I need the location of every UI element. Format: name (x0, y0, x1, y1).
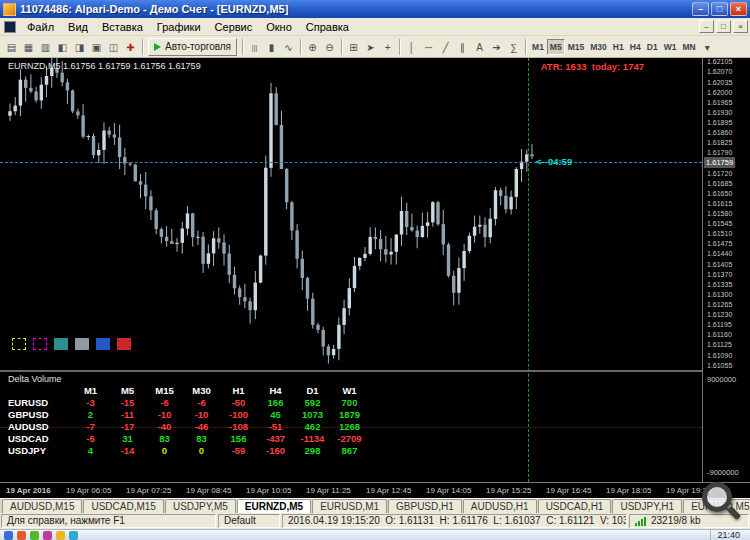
chart-tab[interactable]: USDCAD,H1 (538, 499, 612, 513)
bar-chart-icon[interactable]: ||| (246, 38, 263, 56)
candlestick-chart-icon[interactable]: ▮ (263, 38, 280, 56)
taskbar-icon[interactable] (4, 531, 13, 540)
chart-tab[interactable]: EURUSD,M1 (312, 499, 387, 513)
vertical-line-icon[interactable]: │ (403, 38, 420, 56)
timeframe-d1-button[interactable]: D1 (644, 39, 661, 55)
delta-value: 31 (109, 433, 146, 444)
channel-icon[interactable]: ∥ (454, 38, 471, 56)
taskbar-icon[interactable] (17, 531, 26, 540)
delta-value: -437 (257, 433, 294, 444)
data-window-icon[interactable]: ◨ (71, 38, 88, 56)
minimize-button[interactable]: – (692, 2, 709, 16)
chart-tab[interactable]: EURNZD,M5 (237, 499, 311, 513)
auto-trading-button[interactable]: Авто-торговля (148, 38, 237, 56)
chart-tab[interactable]: USDCAD,M15 (83, 499, 163, 513)
navigator-icon[interactable]: ◧ (54, 38, 71, 56)
chart-tab[interactable]: USDJPY,M5 (165, 499, 236, 513)
child-close-button[interactable]: × (733, 20, 748, 33)
timeframe-m5-button[interactable]: M5 (547, 39, 565, 55)
terminal-icon[interactable]: ▣ (88, 38, 105, 56)
timeframe-mn-button[interactable]: MN (680, 39, 699, 55)
object-button-yellow[interactable] (12, 338, 26, 350)
column-header: W1 (331, 385, 368, 396)
menu-сервис[interactable]: Сервис (208, 19, 260, 35)
price-tick: 1.61825 (707, 139, 732, 146)
child-minimize-button[interactable]: – (699, 20, 714, 33)
price-tick: 1.61055 (707, 362, 732, 369)
new-order-icon[interactable]: ✚ (122, 38, 139, 56)
indicator-row: AUDUSD-7-17-40-46-108-514621268 (8, 421, 368, 432)
object-button-gray[interactable] (75, 338, 89, 350)
crosshair-icon[interactable]: + (379, 38, 396, 56)
time-axis[interactable]: 19 Apr 201619 Apr 06:0519 Apr 07:2519 Ap… (0, 482, 750, 498)
taskbar-icon[interactable] (30, 531, 39, 540)
market-watch-icon[interactable]: ▥ (37, 38, 54, 56)
text-label-icon[interactable]: A (471, 38, 488, 56)
close-button[interactable]: × (730, 2, 747, 16)
tray-clock: 21:40 (710, 530, 746, 540)
app-icon (3, 3, 16, 16)
chart-tab[interactable]: AUDUSD,M15 (2, 499, 82, 513)
menu-вставка[interactable]: Вставка (95, 19, 150, 35)
chart-tab[interactable]: AUDUSD,H1 (463, 499, 537, 513)
price-axis[interactable]: 1.621051.620701.620351.620001.619651.619… (702, 58, 750, 498)
row-symbol: USDCAD (8, 433, 72, 444)
cursor-icon[interactable]: ➤ (362, 38, 379, 56)
status-profile[interactable]: Default (218, 514, 280, 528)
taskbar-icon[interactable] (43, 531, 52, 540)
delta-value: 156 (220, 433, 257, 444)
new-chart-icon[interactable]: ▤ (3, 38, 20, 56)
line-chart-icon[interactable]: ∿ (280, 38, 297, 56)
bid-price-marker: 1.61759 (704, 157, 735, 168)
object-button-magenta[interactable] (33, 338, 47, 350)
indicator-title: Delta Volume (8, 374, 62, 384)
timeframe-m30-button[interactable]: M30 (587, 39, 610, 55)
maximize-button[interactable]: □ (711, 2, 728, 16)
delta-value: -51 (257, 421, 294, 432)
profiles-icon[interactable]: ▦ (20, 38, 37, 56)
object-button-teal[interactable] (54, 338, 68, 350)
symbol-ohlc-label: EURNZD,M5 1.61756 1.61759 1.61756 1.6175… (8, 61, 201, 71)
tile-windows-icon[interactable]: ⊞ (345, 38, 362, 56)
bid-price-line (0, 162, 702, 163)
menu-графики[interactable]: Графики (150, 19, 208, 35)
main-chart-window[interactable]: EURNZD,M5 1.61756 1.61759 1.61756 1.6175… (0, 58, 702, 370)
arrow-object-icon[interactable]: ➔ (488, 38, 505, 56)
delta-value: -6 (72, 433, 109, 444)
subwindow-axis-bottom: -9000000 (707, 468, 739, 477)
column-header: H1 (220, 385, 257, 396)
zoom-out-icon[interactable]: ⊖ (321, 38, 338, 56)
delta-volume-subwindow[interactable]: Delta Volume M1M5M15M30H1H4D1W1EURUSD-3-… (0, 372, 702, 482)
price-tick: 1.61125 (707, 341, 732, 348)
chart-tab[interactable]: USDJPY,H1 (612, 499, 682, 513)
delta-value: -10 (183, 409, 220, 420)
indicators-icon[interactable]: ∑ (505, 38, 522, 56)
horizontal-line-icon[interactable]: ─ (420, 38, 437, 56)
time-tick: 19 Apr 14:05 (426, 486, 471, 495)
strategy-tester-icon[interactable]: ◫ (105, 38, 122, 56)
child-restore-button[interactable]: □ (716, 20, 731, 33)
magnifier-overlay-icon[interactable] (702, 482, 742, 522)
menu-вид[interactable]: Вид (61, 19, 95, 35)
zoom-in-icon[interactable]: ⊕ (304, 38, 321, 56)
candlestick-chart[interactable] (0, 58, 702, 370)
taskbar-icon[interactable] (56, 531, 65, 540)
menu-файл[interactable]: Файл (20, 19, 61, 35)
timeframe-m15-button[interactable]: M15 (565, 39, 588, 55)
timeframe-h4-button[interactable]: H4 (627, 39, 644, 55)
menu-справка[interactable]: Справка (299, 19, 356, 35)
taskbar-icon[interactable] (69, 531, 78, 540)
object-button-blue[interactable] (96, 338, 110, 350)
chart-tab[interactable]: GBPUSD,H1 (388, 499, 462, 513)
periods-dropdown-icon[interactable]: ▾ (699, 38, 716, 56)
timeframe-m1-button[interactable]: M1 (529, 39, 547, 55)
delta-value: -11 (109, 409, 146, 420)
timeframe-h1-button[interactable]: H1 (610, 39, 627, 55)
menu-окно[interactable]: Окно (259, 19, 299, 35)
delta-value: 592 (294, 397, 331, 408)
trendline-icon[interactable]: ╱ (437, 38, 454, 56)
object-button-red[interactable] (117, 338, 131, 350)
delta-value: -17 (109, 421, 146, 432)
toolbar-separator (341, 39, 342, 55)
timeframe-w1-button[interactable]: W1 (661, 39, 680, 55)
